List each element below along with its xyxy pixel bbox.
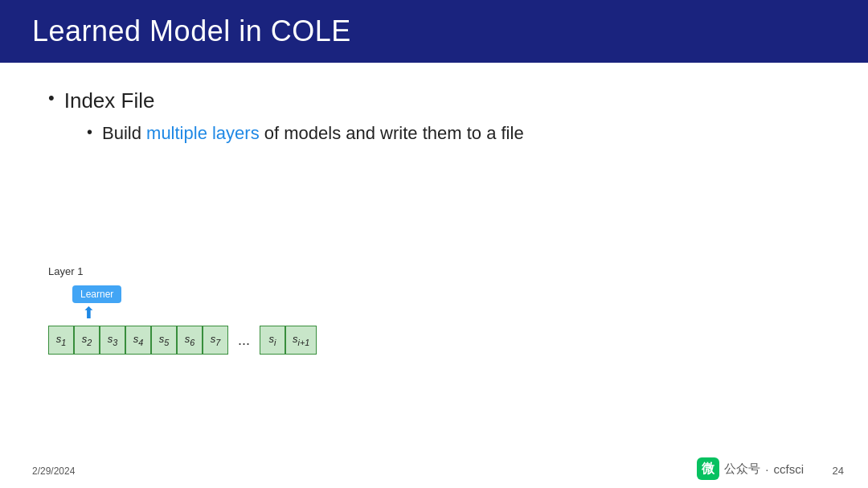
bullet-2-text: Build multiple layers of models and writ…	[102, 121, 524, 146]
cell-dots: ...	[228, 326, 260, 355]
cell-si-text: si	[269, 333, 276, 347]
watermark-text: 公众号	[724, 461, 760, 477]
cell-s1-text: s1	[56, 333, 67, 347]
cell-s7-text: s7	[211, 333, 221, 347]
learner-box: Learner	[72, 285, 121, 303]
slide-content: • Index File • Build multiple layers of …	[0, 63, 868, 162]
cell-s6: s6	[177, 326, 203, 355]
slide-title: Learned Model in COLE	[32, 14, 351, 48]
bullet-2-dot: •	[87, 121, 92, 143]
cell-si1: si+1	[285, 326, 317, 355]
diagram-area: Layer 1 Learner ⬆ s1 s2 s3 s4 s5 s6	[48, 265, 450, 355]
watermark-name: ccfsci	[774, 462, 805, 476]
bullet-1: • Index File	[48, 87, 820, 115]
bullet-1-dot: •	[48, 87, 55, 110]
bullet-2: • Build multiple layers of models and wr…	[87, 121, 820, 146]
page-number: 24	[833, 465, 844, 477]
cell-s5: s5	[151, 326, 177, 355]
arrow-up-icon: ⬆	[82, 305, 450, 321]
bullet-1-text: Index File	[64, 87, 155, 115]
cell-s4-text: s4	[133, 333, 144, 347]
watermark: 微 公众号 · ccfsci	[697, 457, 804, 480]
date-label: 2/29/2024	[32, 465, 75, 477]
cell-s2: s2	[74, 326, 100, 355]
dots-label: ...	[238, 332, 250, 349]
cell-s1: s1	[48, 326, 74, 355]
layer-label: Layer 1	[48, 265, 450, 277]
bullet-2-rest: of models and write them to a file	[264, 123, 524, 143]
bullet-2-highlight: multiple layers	[146, 123, 260, 143]
cell-s4: s4	[125, 326, 151, 355]
bullet-2-build: Build	[102, 123, 141, 143]
cell-s6-text: s6	[185, 333, 195, 347]
cell-s2-text: s2	[82, 333, 92, 347]
watermark-separator: ·	[765, 462, 768, 476]
slide-header: Learned Model in COLE	[0, 0, 868, 63]
cell-s7: s7	[203, 326, 228, 355]
cell-s5-text: s5	[159, 333, 170, 347]
cell-s3-text: s3	[108, 333, 118, 347]
cell-s3: s3	[100, 326, 125, 355]
learner-label: Learner	[80, 289, 113, 300]
wechat-icon: 微	[697, 457, 719, 480]
cell-si: si	[260, 326, 285, 355]
cell-si1-text: si+1	[293, 333, 309, 347]
cells-row: s1 s2 s3 s4 s5 s6 s7 ... si	[48, 326, 450, 355]
